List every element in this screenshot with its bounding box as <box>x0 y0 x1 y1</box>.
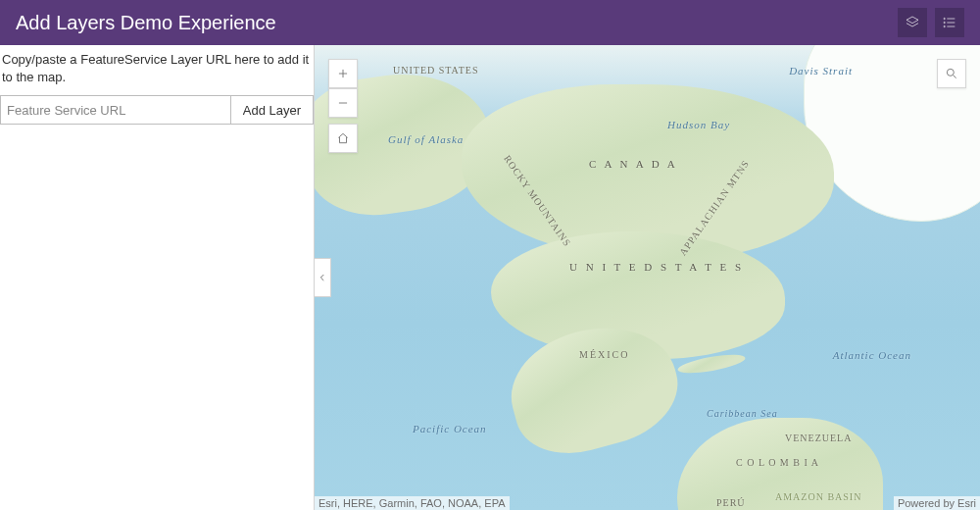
map-label: C A N A D A <box>589 158 678 170</box>
zoom-out-button[interactable] <box>328 88 358 118</box>
map-water-label: Pacific Ocean <box>413 423 487 434</box>
basemap-button[interactable] <box>898 8 927 37</box>
map-label: MÉXICO <box>579 349 629 360</box>
list-icon <box>942 15 957 30</box>
sidebar-panel: Copy/paste a FeatureService Layer URL he… <box>0 45 315 510</box>
map-water-label: Gulf of Alaska <box>388 133 464 145</box>
svg-line-11 <box>954 76 956 78</box>
legend-button[interactable] <box>935 8 964 37</box>
chevron-left-icon <box>318 271 327 284</box>
add-layer-button[interactable]: Add Layer <box>230 96 313 124</box>
app-title: Add Layers Demo Experience <box>16 12 890 34</box>
svg-point-4 <box>944 18 945 19</box>
map-powered-by: Powered by Esri <box>894 496 980 510</box>
app-body: Copy/paste a FeatureService Layer URL he… <box>0 45 980 510</box>
home-button[interactable] <box>328 124 358 153</box>
app-header: Add Layers Demo Experience <box>0 0 980 45</box>
map-water-label: Atlantic Ocean <box>833 349 911 361</box>
map-label: VENEZUELA <box>785 433 852 443</box>
svg-point-10 <box>947 69 954 76</box>
map-water-label: Caribbean Sea <box>707 408 778 419</box>
svg-point-6 <box>944 26 945 26</box>
feature-service-url-input[interactable] <box>1 96 230 124</box>
map-label: C O L O M B I A <box>736 457 819 468</box>
map-label: UNITED STATES <box>393 65 478 76</box>
url-input-row: Add Layer <box>0 95 314 125</box>
sidebar-instructions: Copy/paste a FeatureService Layer URL he… <box>0 51 314 95</box>
home-icon <box>336 131 350 145</box>
minus-icon <box>336 96 350 110</box>
search-icon <box>945 67 958 80</box>
layers-icon <box>905 15 920 30</box>
map-label: AMAZON BASIN <box>775 491 861 502</box>
map-view[interactable]: UNITED STATES C A N A D A ROCKY MOUNTAIN… <box>315 45 980 510</box>
plus-icon <box>336 67 350 80</box>
map-label: PERÚ <box>716 497 746 508</box>
svg-point-5 <box>944 22 945 23</box>
map-label: U N I T E D S T A T E S <box>569 261 744 273</box>
search-button[interactable] <box>937 59 966 88</box>
map-attribution: Esri, HERE, Garmin, FAO, NOAA, EPA <box>315 496 510 510</box>
map-water-label: Hudson Bay <box>667 119 730 130</box>
svg-marker-0 <box>906 17 918 24</box>
map-water-label: Davis Strait <box>789 65 853 76</box>
zoom-in-button[interactable] <box>328 59 358 88</box>
sidebar-collapse-button[interactable] <box>315 258 331 297</box>
